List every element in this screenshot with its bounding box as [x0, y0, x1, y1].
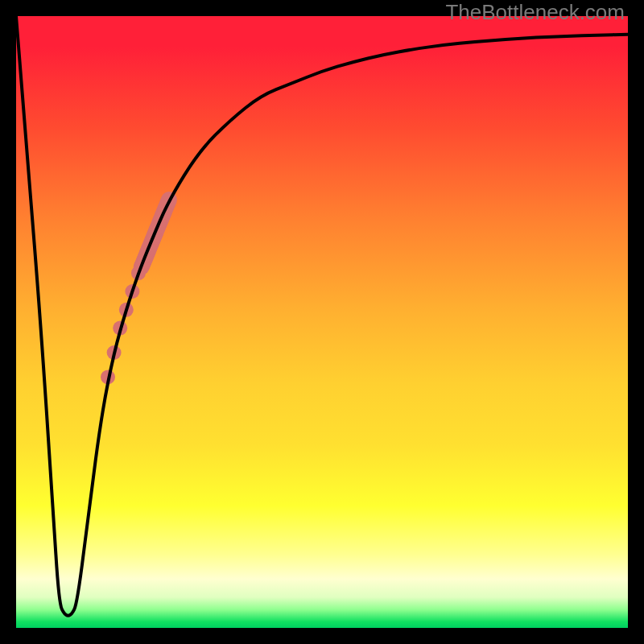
bottleneck-curve [16, 16, 628, 616]
plot-area [16, 16, 628, 628]
chart-frame: TheBottleneck.com [0, 0, 644, 644]
attribution-text: TheBottleneck.com [445, 0, 625, 25]
chart-svg [16, 16, 628, 628]
highlight-points [101, 192, 177, 384]
